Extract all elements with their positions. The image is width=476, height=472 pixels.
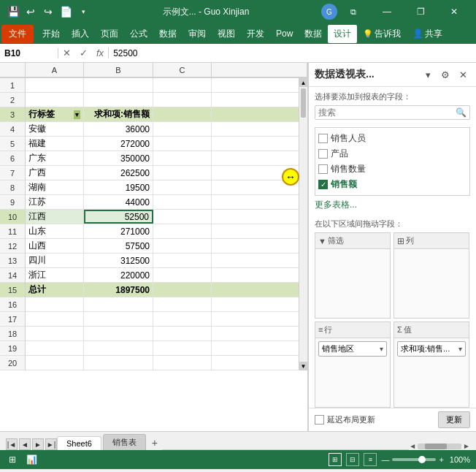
cell-c2[interactable]: [153, 93, 212, 107]
cell-a12[interactable]: 山西: [26, 239, 84, 253]
cell-a6[interactable]: 广东: [26, 151, 84, 165]
sheet-nav-prev[interactable]: ◄: [19, 438, 31, 450]
zoom-thumb[interactable]: [418, 456, 426, 463]
cell-b9[interactable]: 44000: [84, 195, 153, 209]
cell-a11[interactable]: 山东: [26, 224, 84, 238]
cell-c7[interactable]: [153, 166, 212, 180]
sheet-tab-sales[interactable]: 销售表: [103, 434, 146, 450]
cell-c13[interactable]: [153, 254, 212, 267]
cell-a8[interactable]: 湖南: [26, 180, 84, 194]
field-item-product[interactable]: 产品: [318, 146, 467, 161]
restore-button[interactable]: ❐: [404, 0, 437, 23]
cell-b7[interactable]: 262500: [84, 166, 153, 180]
cell-b2[interactable]: [84, 93, 153, 107]
field-item-salesperson[interactable]: 销售人员: [318, 131, 467, 146]
tab-home[interactable]: 开始: [37, 25, 66, 43]
cell-a13[interactable]: 四川: [26, 254, 84, 267]
cell-a7[interactable]: 广西: [26, 166, 84, 180]
pivot-expand-icon[interactable]: ▾: [421, 67, 435, 82]
sheet-nav-first[interactable]: |◄: [6, 438, 18, 450]
tab-design[interactable]: 设计: [328, 25, 357, 43]
cell-a5[interactable]: 福建: [26, 137, 84, 151]
pivot-close-icon[interactable]: ✕: [456, 67, 470, 82]
drag-area-row-content[interactable]: 销售地区 ▾: [315, 338, 390, 361]
filter-dropdown-icon[interactable]: ▾: [74, 110, 80, 119]
row-field-pill[interactable]: 销售地区 ▾: [318, 341, 387, 357]
tab-data2[interactable]: 数据: [299, 25, 328, 43]
cell-a9[interactable]: 江苏: [26, 195, 84, 209]
zoom-minus-icon[interactable]: —: [381, 455, 389, 464]
sheet-nav-next[interactable]: ►: [32, 438, 44, 450]
formula-input[interactable]: 52500: [109, 48, 476, 58]
cell-c9[interactable]: [153, 195, 212, 209]
tab-insert[interactable]: 插入: [66, 25, 95, 43]
cell-b14[interactable]: 220000: [84, 268, 153, 282]
cell-c5[interactable]: [153, 137, 212, 151]
drag-area-filter-content[interactable]: [315, 249, 390, 271]
pivot-search-input[interactable]: [318, 107, 456, 118]
cell-reference[interactable]: B10: [0, 48, 58, 58]
cell-b12[interactable]: 57500: [84, 239, 153, 253]
field-checkbox-quantity[interactable]: [318, 164, 328, 174]
zoom-slider[interactable]: [392, 458, 436, 461]
pivot-settings-icon[interactable]: ⚙: [438, 67, 453, 82]
value-field-pill[interactable]: 求和项:销售... ▾: [397, 341, 466, 357]
redo-icon[interactable]: ↪: [41, 4, 55, 19]
cell-c10[interactable]: [153, 210, 212, 224]
field-checkbox-product[interactable]: [318, 149, 328, 159]
hscroll-left[interactable]: ◄: [409, 442, 416, 450]
cell-a1[interactable]: [26, 78, 84, 92]
scroll-thumb[interactable]: [301, 88, 306, 118]
file-tab[interactable]: 文件: [1, 25, 34, 43]
cell-c12[interactable]: [153, 239, 212, 253]
col-header-rest[interactable]: [212, 63, 307, 77]
field-checkbox-sales[interactable]: ✓: [318, 180, 328, 189]
tab-tell[interactable]: 💡告诉我: [357, 25, 407, 43]
col-header-b[interactable]: B: [84, 63, 153, 77]
quick-dropdown-icon[interactable]: ▾: [76, 4, 91, 19]
view-normal-btn[interactable]: ⊞: [329, 453, 342, 466]
cell-c11[interactable]: [153, 224, 212, 238]
drag-area-column-content[interactable]: [394, 249, 469, 271]
cell-b8[interactable]: 19500: [84, 180, 153, 194]
view-page-btn[interactable]: ⊟: [346, 453, 359, 466]
tab-page[interactable]: 页面: [95, 25, 124, 43]
col-header-c[interactable]: C: [153, 63, 212, 77]
close-button[interactable]: ✕: [438, 0, 470, 23]
tab-pow[interactable]: Pow: [270, 26, 299, 42]
cell-c4[interactable]: [153, 122, 212, 136]
drag-area-value-content[interactable]: 求和项:销售... ▾: [394, 338, 469, 361]
col-header-a[interactable]: A: [26, 63, 84, 77]
cell-b15[interactable]: 1897500: [84, 283, 153, 297]
zoom-plus-icon[interactable]: +: [439, 455, 443, 464]
scroll-up-btn[interactable]: ▲: [299, 78, 307, 87]
cell-c15[interactable]: [153, 283, 212, 297]
tab-formula[interactable]: 公式: [124, 25, 153, 43]
cell-b10[interactable]: 52500: [84, 210, 153, 224]
field-item-quantity[interactable]: 销售数量: [318, 161, 467, 177]
window-button-icon[interactable]: ⧉: [337, 0, 369, 23]
hscroll-thumb[interactable]: [425, 444, 447, 449]
hscroll-bar[interactable]: [418, 444, 461, 449]
vertical-scrollbar[interactable]: ▲ ▼: [299, 78, 307, 370]
tab-data[interactable]: 数据: [153, 25, 183, 43]
file-icon[interactable]: 📄: [58, 4, 73, 19]
cell-c8[interactable]: [153, 180, 212, 194]
cell-b6[interactable]: 350000: [84, 151, 153, 165]
defer-checkbox[interactable]: [315, 415, 324, 425]
cell-a14[interactable]: 浙江: [26, 268, 84, 282]
status-icon-windows[interactable]: ⊞: [6, 453, 19, 466]
tab-review[interactable]: 审阅: [183, 25, 212, 43]
cell-a2[interactable]: [26, 93, 84, 107]
cell-b13[interactable]: 312500: [84, 254, 153, 267]
minimize-button[interactable]: —: [371, 0, 403, 23]
cell-c1[interactable]: [153, 78, 212, 92]
cell-a15[interactable]: 总计: [26, 283, 84, 297]
field-item-sales[interactable]: ✓ 销售额: [318, 177, 467, 192]
more-tables-link[interactable]: 更多表格...: [309, 196, 476, 214]
cell-b1[interactable]: [84, 78, 153, 92]
value-field-dropdown-icon[interactable]: ▾: [458, 345, 462, 353]
cell-c3[interactable]: [153, 107, 212, 121]
cell-c14[interactable]: [153, 268, 212, 282]
save-icon[interactable]: 💾: [6, 4, 20, 19]
